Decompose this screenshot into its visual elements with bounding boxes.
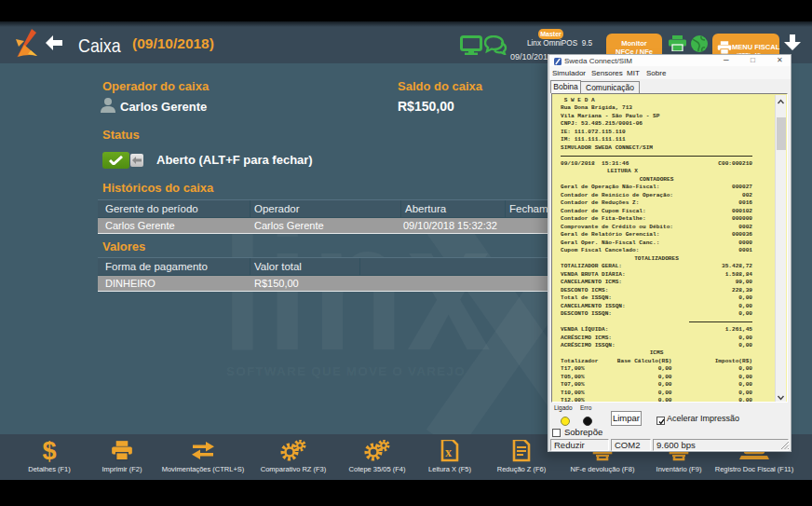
- svg-text:x: x: [445, 445, 452, 459]
